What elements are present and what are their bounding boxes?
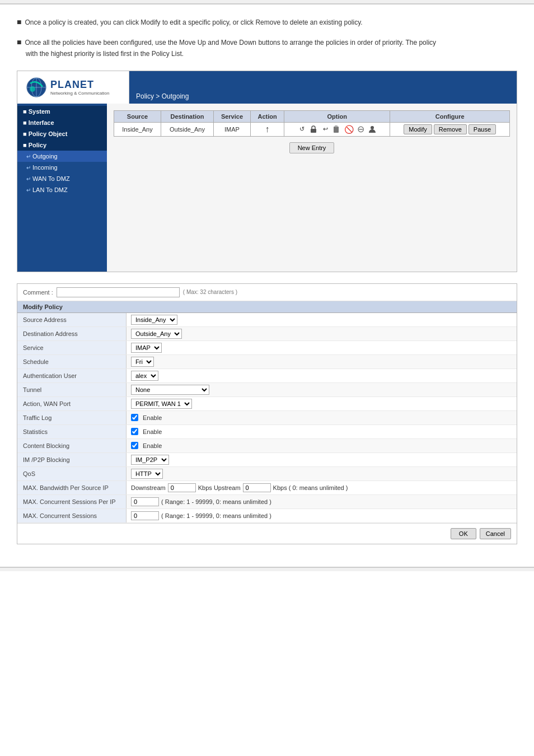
field-traffic-log: Traffic Log Enable [17,411,517,425]
schedule-label: Schedule [17,355,127,368]
sidebar: ■ System ■ Interface ■ Policy Object ■ P… [17,104,107,272]
sidebar-item-policy-object[interactable]: ■ Policy Object [17,128,107,139]
remove-button[interactable]: Remove [434,124,467,134]
para1-text: Once a policy is created, you can click … [25,18,362,26]
comment-input[interactable] [57,287,180,297]
sidebar-interface-label: ■ Interface [23,119,54,126]
tunnel-label: Tunnel [17,383,127,396]
statistics-checkbox[interactable] [131,428,138,435]
ok-button[interactable]: OK [451,528,476,539]
action-up-icon[interactable]: ↑ [265,124,270,134]
destination-address-select[interactable]: Outside_Any [131,329,182,339]
sessions-per-ip-input[interactable] [131,497,159,506]
sessions-hint: ( Range: 1 - 99999, 0: means unlimited ) [161,512,271,519]
new-entry-wrapper: New Entry [114,142,510,153]
sidebar-item-outgoing[interactable]: ↵Outgoing [17,151,107,162]
field-sessions: MAX. Concurrent Sessions ( Range: 1 - 99… [17,509,517,523]
sessions-label: MAX. Concurrent Sessions [17,509,127,522]
field-tunnel: Tunnel None [17,383,517,397]
opt-minus-icon[interactable]: ⊖ [355,125,366,134]
destination-address-value: Outside_Any [127,327,517,340]
sessions-value: ( Range: 1 - 99999, 0: means unlimited ) [127,510,517,522]
ui-screenshot-wrapper: PLANET Networking & Communication Policy… [17,71,517,272]
field-qos: QoS HTTP [17,467,517,481]
form-buttons: OK Cancel [17,523,517,544]
col-destination: Destination [161,110,213,122]
source-address-select[interactable]: Inside_Any [131,315,177,325]
arrow-incoming-icon: ↵ [26,165,31,171]
opt-block-icon[interactable]: 🚫 [344,125,354,134]
opt-lock-icon[interactable] [308,125,318,134]
ui-body: ■ System ■ Interface ■ Policy Object ■ P… [17,104,517,272]
logo-brand-name: PLANET [50,79,109,91]
traffic-log-label: Traffic Log [17,411,127,424]
sidebar-item-wan-to-dmz[interactable]: ↵WAN To DMZ [17,173,107,184]
sidebar-policy-object-label: ■ Policy Object [23,130,67,137]
im-p2p-value: IM_P2P [127,453,517,466]
row-option: ↺ ↩ [284,122,390,136]
traffic-log-checkbox[interactable] [131,414,138,421]
opt-return-icon[interactable]: ↩ [320,125,330,134]
sidebar-item-interface[interactable]: ■ Interface [17,117,107,128]
col-configure: Configure [390,110,510,122]
row-source: Inside_Any [114,122,161,136]
modify-button[interactable]: Modify [404,124,432,134]
bandwidth-hint: Kbps ( 0: means unlimited ) [273,484,348,491]
destination-address-label: Destination Address [17,327,127,340]
sessions-input[interactable] [131,511,159,520]
field-statistics: Statistics Enable [17,425,517,439]
tunnel-select[interactable]: None [131,385,209,395]
col-action: Action [250,110,284,122]
field-sessions-per-ip: MAX. Concurrent Sessions Per IP ( Range:… [17,495,517,509]
field-service: Service IMAP [17,341,517,355]
sidebar-item-policy[interactable]: ■ Policy [17,139,107,151]
bandwidth-value: Downstream Kbps Upstream Kbps ( 0: means… [127,482,517,494]
service-value: IMAP [127,341,517,354]
content-blocking-text: Enable [143,442,162,449]
opt-refresh-icon[interactable]: ↺ [297,125,307,134]
sidebar-item-incoming[interactable]: ↵Incoming [17,162,107,173]
cancel-button[interactable]: Cancel [480,528,511,539]
para2-text-2: with the highest priority is listed firs… [26,50,184,58]
content-blocking-checkbox[interactable] [131,442,138,449]
breadcrumb-area: Policy > Outgoing [129,71,517,104]
field-source-address: Source Address Inside_Any [17,313,517,327]
content-blocking-value: Enable [127,440,517,451]
field-bandwidth: MAX. Bandwidth Per Source IP Downstream … [17,481,517,495]
para2-text: Once all the policies have been configur… [25,39,436,46]
service-select[interactable]: IMAP [131,343,162,353]
sidebar-item-system[interactable]: ■ System [17,106,107,117]
schedule-select[interactable]: Fri [131,357,154,367]
logo-globe-icon [26,77,47,98]
svg-point-5 [30,86,35,92]
opt-clipboard-icon[interactable] [332,125,342,134]
source-address-label: Source Address [17,313,127,326]
logo-planet: PLANET Networking & Communication [26,77,109,98]
statistics-value: Enable [127,426,517,437]
new-entry-button[interactable]: New Entry [289,142,335,153]
col-service: Service [213,110,250,122]
qos-select[interactable]: HTTP [131,469,163,479]
action-wan-label: Action, WAN Port [17,397,127,410]
sidebar-item-lan-to-dmz[interactable]: ↵LAN To DMZ [17,184,107,195]
sidebar-outgoing-label: Outgoing [32,153,58,160]
svg-rect-8 [335,125,338,127]
bullet-1: ■ [17,17,21,26]
pause-button[interactable]: Pause [469,124,496,134]
downstream-input[interactable] [168,483,196,492]
comment-hint: ( Max: 32 characters ) [183,289,237,295]
im-p2p-select[interactable]: IM_P2P [131,455,169,465]
auth-user-select[interactable]: alex [131,371,158,381]
logo-text-container: PLANET Networking & Communication [50,79,109,96]
row-service: IMAP [213,122,250,136]
sidebar-wan-label: WAN To DMZ [32,175,70,182]
action-wan-select[interactable]: PERMIT, WAN 1 [131,399,192,409]
qos-label: QoS [17,467,127,480]
opt-user-icon[interactable] [367,125,377,134]
modify-policy-form: Comment : ( Max: 32 characters ) Modify … [17,283,517,544]
upstream-input[interactable] [243,483,271,492]
sessions-per-ip-label: MAX. Concurrent Sessions Per IP [17,495,127,508]
bullet-2: ■ [17,38,21,46]
schedule-value: Fri [127,355,517,368]
im-p2p-label: IM /P2P Blocking [17,453,127,466]
